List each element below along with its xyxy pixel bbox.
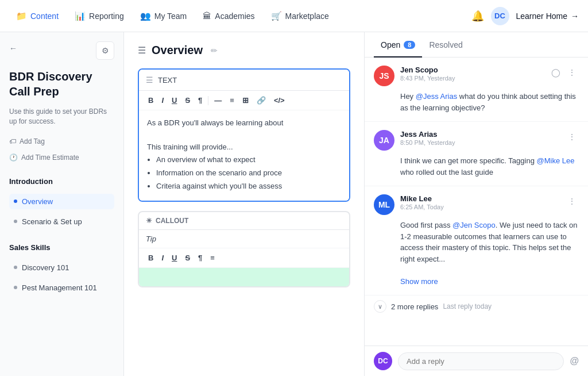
comments-list: JS Jen Scopo 8:43 PM, Yesterday ◯ ⋮ Hey … [365,57,588,346]
add-tag-link[interactable]: 🏷 Add Tag [9,136,114,147]
strikethrough-button-2[interactable]: S [181,252,194,264]
back-arrow-icon: ← [9,44,17,53]
text-block-content[interactable]: As a BDR you'll always be learning about… [139,110,349,201]
open-count-badge: 8 [404,41,415,49]
italic-button[interactable]: I [158,94,167,106]
link-button[interactable]: 🔗 [253,94,269,106]
reply-input[interactable] [398,352,564,370]
ordered-list-button[interactable]: ⊞ [239,94,252,106]
paragraph-button[interactable]: ¶ [195,94,206,106]
avatar: JS [374,66,394,86]
reporting-icon: 📊 [75,11,86,21]
content-header: ☰ Overview ✏ [138,44,350,57]
expand-replies-button[interactable]: ∨ [374,300,386,313]
comment-meta: Mike Lee 6:25 AM, Today [400,194,559,210]
sidebar: ← ⚙ BDR Discovery Call Prep Use this gui… [0,32,124,376]
show-more-link[interactable]: Show more [400,277,438,286]
nav-academies[interactable]: 🏛 Academies [196,7,261,24]
tab-open[interactable]: Open 8 [374,32,422,57]
comment-actions: ◯ ⋮ [549,66,579,79]
underline-button-2[interactable]: U [168,252,180,264]
marketplace-icon: 🛒 [271,11,282,21]
callout-block: ☀ CALLOUT Tip B I U S ¶ ≡ [138,211,350,287]
tab-resolved[interactable]: Resolved [422,32,469,57]
academies-icon: 🏛 [203,11,211,21]
comment-actions: ⋮ [565,130,579,144]
nav-myteam[interactable]: 👥 My Team [133,7,194,25]
comment-item: JS Jen Scopo 8:43 PM, Yesterday ◯ ⋮ Hey … [365,57,588,122]
nav-content[interactable]: 📁 Content [9,7,65,25]
clock-icon: 🕐 [9,154,18,162]
comment-item: JA Jess Arias 8:50 PM, Yesterday ⋮ I thi… [365,122,588,186]
toolbar-separator [208,96,208,105]
more-options-button[interactable]: ⋮ [565,66,579,79]
comments-tabs: Open 8 Resolved [365,32,588,57]
comment-header: JS Jen Scopo 8:43 PM, Yesterday ◯ ⋮ [374,66,579,86]
hr-button[interactable]: — [211,94,225,106]
text-block-header: ☰ TEXT [139,70,349,91]
notifications-bell[interactable]: 🔔 [471,10,484,22]
list-button-2[interactable]: ≡ [207,252,218,264]
dot-icon [14,199,17,203]
tag-icon: 🏷 [9,137,16,145]
content-icon: 📁 [16,11,27,21]
myteam-icon: 👥 [140,11,151,21]
back-button[interactable]: ← [9,44,17,53]
sidebar-item-discovery[interactable]: Discovery 101 [9,260,114,275]
comment-text: Hey @Jess Arias what do you think about … [400,91,579,113]
sidebar-back-row: ← ⚙ [9,41,114,60]
comments-panel: Open 8 Resolved JS Jen Scopo 8:43 PM, Ye… [364,32,588,376]
nav-reporting[interactable]: 📊 Reporting [68,7,131,25]
sidebar-item-pest[interactable]: Pest Management 101 [9,280,114,296]
avatar: ML [374,194,394,215]
avatar: JA [374,130,394,151]
nav-marketplace[interactable]: 🛒 Marketplace [264,7,336,25]
unordered-list-button[interactable]: ≡ [226,94,238,106]
code-button[interactable]: </> [270,94,288,106]
reply-input-row: DC @ [365,346,588,376]
more-replies-text: 2 more replies [391,302,438,311]
more-options-button[interactable]: ⋮ [565,130,579,144]
italic-button-2[interactable]: I [158,252,167,264]
align-left-icon: ☰ [138,45,146,56]
sidebar-item-scenario[interactable]: Scenario & Set up [9,214,114,229]
more-options-button[interactable]: ⋮ [565,194,579,208]
dot-icon [14,286,17,289]
callout-icon: ☀ [146,217,152,225]
arrow-right-icon: → [571,11,579,21]
user-avatar[interactable]: DC [491,7,509,25]
callout-type-input[interactable]: Tip [139,230,349,248]
paragraph-button-2[interactable]: ¶ [195,252,206,264]
gear-icon: ⚙ [102,46,109,55]
callout-toolbar: B I U S ¶ ≡ [139,248,349,268]
more-replies-row[interactable]: ∨ 2 more replies Last reply today [365,296,588,320]
dot-icon [14,220,17,223]
nav-right: 🔔 DC Learner Home → [471,7,579,25]
comment-meta: Jen Scopo 8:43 PM, Yesterday [400,66,543,82]
comment-header: JA Jess Arias 8:50 PM, Yesterday ⋮ [374,130,579,151]
comment-text: I think we can get more specific. Taggin… [400,155,579,178]
resolve-button[interactable]: ◯ [549,66,563,79]
comment-item: ML Mike Lee 6:25 AM, Today ⋮ Good first … [365,186,588,296]
course-description: Use this guide to set your BDRs up for s… [9,107,114,126]
learner-home-link[interactable]: Learner Home → [516,11,579,21]
settings-button[interactable]: ⚙ [96,41,114,60]
at-mention-button[interactable]: @ [570,356,579,366]
bold-button[interactable]: B [145,94,157,106]
sidebar-item-overview[interactable]: Overview [9,194,114,209]
comment-meta: Jess Arias 8:50 PM, Yesterday [400,130,559,146]
edit-icon[interactable]: ✏ [211,46,218,55]
add-time-link[interactable]: 🕐 Add Time Estimate [9,152,114,163]
comment-header: ML Mike Lee 6:25 AM, Today ⋮ [374,194,579,215]
text-block-toolbar: B I U S ¶ — ≡ ⊞ 🔗 </> [139,91,349,110]
bold-button-2[interactable]: B [145,252,157,264]
page-title: Overview [152,44,203,57]
last-reply-text: Last reply today [443,302,492,310]
strikethrough-button[interactable]: S [181,94,194,106]
callout-green-content [139,268,349,286]
bullet-list: An overview of what to expect Informatio… [147,154,341,192]
dot-icon [14,266,17,269]
comment-actions: ⋮ [565,194,579,208]
underline-button[interactable]: U [168,94,180,106]
section-sales-skills: Sales Skills [9,243,114,252]
